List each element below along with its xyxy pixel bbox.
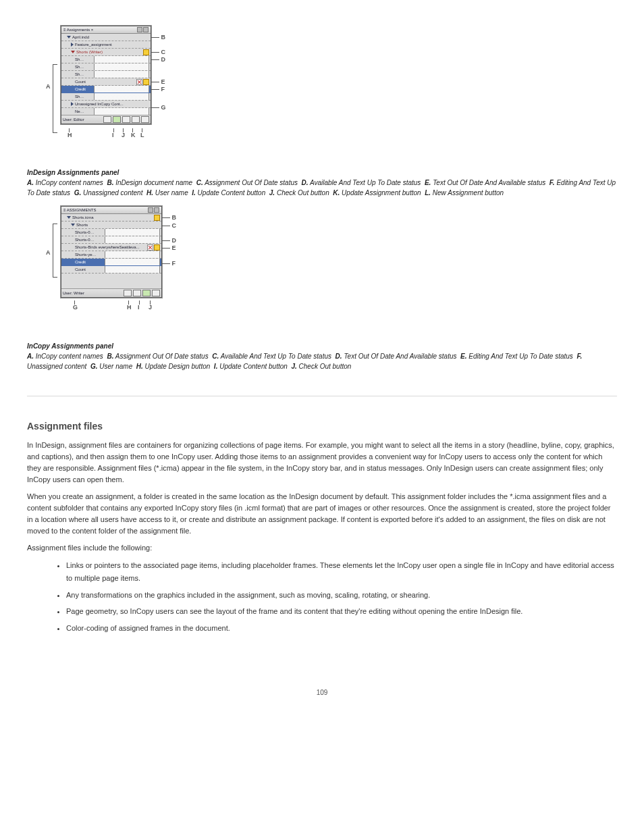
row-label: Shorts-006 Gray Jay [75, 229, 97, 236]
callout-h: H [68, 132, 72, 138]
update-design-button[interactable] [124, 290, 132, 296]
row-label: Shorts.icma [72, 214, 153, 221]
bracket-a2 [53, 224, 57, 278]
callout-j: J [149, 304, 152, 311]
callout-i: I [112, 132, 114, 138]
row-label: Shorts (Writer) [76, 49, 142, 55]
callout-l: L [140, 132, 144, 138]
callout-line: F [162, 260, 176, 267]
row-story[interactable]: Shorts-022 Flamingoes [61, 71, 151, 78]
row-story[interactable]: Shorts-006 Gray Jay [61, 63, 151, 71]
row-label: Shorts-Birds everywhe... [75, 56, 86, 63]
row-label: Shorts [76, 221, 160, 228]
bullet-list: Links or pointers to the associated page… [39, 559, 617, 634]
bullet-item: Links or pointers to the associated page… [66, 559, 617, 584]
trash-button[interactable] [141, 116, 149, 123]
row-label: Shorts-Birds everywhereSeattleva... [75, 244, 146, 251]
row-label: Credit [75, 259, 97, 265]
x-icon [136, 79, 142, 85]
row-label: Feature_assignment [75, 41, 149, 48]
panel-title[interactable]: ≡ Assignments × [61, 26, 151, 34]
panel-title-text: ≡ ASSIGNMENTS [63, 207, 97, 213]
row-story[interactable]: Shorts-Birds everywhe... [61, 56, 151, 63]
panel-title-text: ≡ Assignments × [63, 26, 93, 33]
row-assignment[interactable]: Shorts (Writer) [61, 49, 151, 56]
callout-j: J [122, 132, 125, 138]
callout-a2: A [46, 249, 51, 256]
row-story[interactable]: Shorts-006 Gray Jay [61, 229, 161, 236]
row-story-selected[interactable]: Credit [61, 86, 151, 93]
row-label: Unassigned InCopy Cont... [75, 101, 149, 107]
row-story[interactable]: News-blackberries-1 [61, 108, 151, 115]
disclosure-icon [67, 36, 71, 38]
callout-a: A [46, 83, 51, 90]
row-label: April.indd [72, 34, 149, 41]
row-label: Credit [75, 86, 86, 93]
callout-line: C [162, 222, 176, 229]
page-number: 109 [27, 689, 617, 696]
row-label: Shorts-022 Flamingoes [75, 71, 86, 78]
row-story[interactable]: Count [61, 266, 161, 273]
row-assignment[interactable]: Shorts [61, 221, 161, 229]
callout-h: H [127, 304, 132, 311]
callout-line: E [162, 244, 176, 251]
callout-line: G [151, 104, 166, 111]
row-story[interactable]: Shorts-Birds everywhereSeattleva... [61, 244, 161, 251]
divider [27, 396, 617, 396]
callout-line: C [151, 49, 165, 55]
update-assignment-button[interactable] [122, 116, 130, 123]
user-label: User: Editor [63, 118, 102, 122]
row-doc[interactable]: Shorts.icma [61, 214, 161, 221]
row-label: Count [75, 266, 97, 273]
warn-icon [154, 215, 160, 221]
page-icon [105, 251, 160, 259]
warn-icon [143, 79, 149, 85]
bullet-item: Page geometry, so InCopy users can see t… [66, 605, 617, 618]
disclosure-icon [71, 51, 75, 53]
row-story-selected[interactable]: Credit [61, 259, 161, 266]
callout-line: B [162, 214, 176, 221]
warn-icon [143, 49, 149, 55]
callout-k: K [131, 132, 136, 138]
trash-button[interactable] [152, 290, 160, 296]
callout-line: D [151, 56, 165, 63]
page-icon [94, 71, 149, 78]
panel-controls[interactable] [148, 207, 159, 213]
page-icon [94, 108, 149, 115]
paragraph: In InDesign, assignment files are contai… [27, 440, 617, 486]
row-doc[interactable]: April.indd [61, 34, 151, 41]
page-icon [105, 229, 160, 236]
user-label: User: Writer [63, 291, 122, 295]
callout-line: B [151, 34, 165, 41]
callout-line: F [151, 86, 165, 93]
checkout-button[interactable] [113, 116, 121, 123]
assignments-panel-indesign: ≡ Assignments × April.indd Feature_assig… [61, 26, 151, 124]
row-assignment[interactable]: Feature_assignment [61, 41, 151, 49]
assignments-panel-incopy: ≡ ASSIGNMENTS Shorts.icma Shorts Shorts-… [61, 206, 162, 298]
new-assignment-button[interactable] [132, 116, 140, 123]
update-content-button[interactable] [133, 290, 141, 296]
paragraph: When you create an assignment, a folder … [27, 491, 617, 537]
checkout-button[interactable] [142, 290, 151, 296]
update-content-button[interactable] [103, 116, 111, 123]
callout-line: D [162, 237, 176, 244]
disclosure-icon [71, 224, 75, 226]
page-icon [94, 63, 149, 71]
callout-i: I [138, 304, 140, 311]
panel-controls[interactable] [137, 27, 149, 32]
row-story[interactable]: Shorts-yellow leaf [61, 93, 151, 101]
row-label: News-blackberries-1 [75, 108, 86, 115]
disclosure-icon [71, 43, 74, 47]
panel-footer: User: Writer [61, 288, 161, 297]
disclosure-icon [71, 102, 74, 106]
row-story[interactable]: Shorts-yellow leaf-yellow [61, 251, 161, 259]
row-label: Shorts-006 Gray Jay [75, 63, 86, 70]
row-label: Shorts-yellow leaf-yellow [75, 251, 97, 258]
row-unassigned[interactable]: Unassigned InCopy Cont... [61, 101, 151, 108]
panel-title[interactable]: ≡ ASSIGNMENTS [61, 207, 161, 214]
warn-icon [154, 244, 160, 251]
disclosure-icon [67, 216, 71, 219]
row-story[interactable]: Count [61, 78, 151, 86]
row-story[interactable]: Shorts-022 Flamingoes [61, 236, 161, 244]
bracket-a [53, 64, 57, 133]
